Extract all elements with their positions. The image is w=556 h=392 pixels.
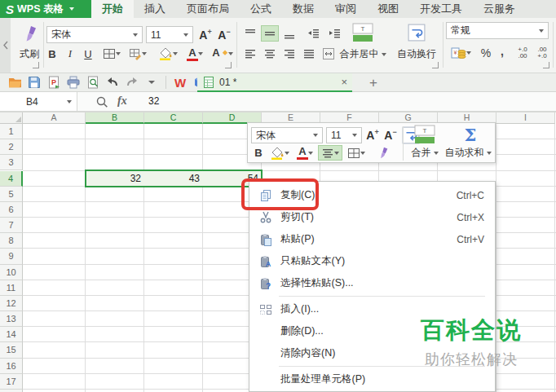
menu-item-paste-text[interactable]: A只粘贴文本(Y) <box>249 250 495 272</box>
font-name-combobox[interactable]: 宋体 <box>46 26 143 43</box>
print-button[interactable] <box>64 74 83 90</box>
align-justify-button[interactable] <box>300 46 318 62</box>
increase-indent-button[interactable] <box>326 25 344 42</box>
cell-C4[interactable]: 43 <box>144 171 203 187</box>
row-header-12[interactable]: 12 <box>0 296 23 311</box>
clear-format-button[interactable]: A <box>209 46 235 62</box>
print-preview-button[interactable] <box>83 74 103 90</box>
decrease-decimal-button[interactable]: .00+.0 <box>533 44 551 62</box>
align-center-button[interactable] <box>261 46 279 62</box>
dialog-launcher-icon[interactable] <box>432 62 439 68</box>
increase-decimal-button[interactable]: +.0.00 <box>514 44 532 62</box>
row-header-2[interactable]: 2 <box>0 139 23 155</box>
mini-bold-button[interactable]: B <box>251 145 266 161</box>
column-header-I[interactable]: I <box>496 112 555 124</box>
draw-border-button[interactable] <box>126 46 150 62</box>
mini-font-name-combobox[interactable]: 宋体 <box>251 127 323 143</box>
align-middle-button[interactable] <box>261 25 279 42</box>
tab-视图[interactable]: 视图 <box>367 0 409 18</box>
wrap-text-label[interactable]: 自动换行 <box>388 47 445 61</box>
row-header-13[interactable]: 13 <box>0 311 23 327</box>
row-header-6[interactable]: 6 <box>0 202 23 218</box>
comma-format-button[interactable]: , <box>496 42 509 60</box>
mini-merge-label[interactable]: 合并 <box>406 146 443 160</box>
row-header-4[interactable]: 4 <box>0 171 23 187</box>
menu-item-paste-special[interactable]: ?选择性粘贴(S)... <box>249 272 495 294</box>
new-document-tab-button[interactable]: + <box>364 73 383 92</box>
row-header-15[interactable]: 15 <box>0 342 23 358</box>
row-header-10[interactable]: 10 <box>0 265 23 280</box>
decrease-indent-button[interactable] <box>305 25 323 42</box>
open-folder-button[interactable] <box>5 74 24 90</box>
tab-云服务[interactable]: 云服务 <box>473 0 526 18</box>
align-left-button[interactable] <box>241 46 259 62</box>
mini-grow-font-button[interactable]: A+ <box>364 127 382 143</box>
number-format-combobox[interactable]: 常规 <box>446 22 549 39</box>
mini-font-color-button[interactable]: A <box>293 145 316 161</box>
underline-button[interactable]: U <box>80 46 96 62</box>
magnifier-icon[interactable] <box>95 95 108 108</box>
mini-font-size-combobox[interactable]: 11 <box>326 127 362 143</box>
document-tab[interactable]: 01 * × <box>197 73 352 92</box>
column-header-B[interactable]: B <box>86 112 144 124</box>
wrap-text-button[interactable] <box>406 21 427 44</box>
merge-center-label[interactable]: 合并居中 <box>329 47 396 61</box>
mini-shrink-font-button[interactable]: A− <box>382 127 399 143</box>
format-painter-button[interactable] <box>20 24 39 45</box>
merge-center-button[interactable]: T <box>351 21 375 44</box>
formula-bar-value[interactable]: 32 <box>148 95 159 107</box>
tab-数据[interactable]: 数据 <box>282 0 324 18</box>
mini-align-center-button[interactable] <box>318 145 342 161</box>
font-color-button[interactable]: A <box>183 46 207 62</box>
redo-button[interactable] <box>122 74 142 90</box>
row-header-5[interactable]: 5 <box>0 187 23 202</box>
tab-审阅[interactable]: 审阅 <box>324 0 367 18</box>
mini-fill-color-button[interactable] <box>267 145 292 161</box>
dialog-launcher-icon[interactable] <box>225 62 232 68</box>
tab-开发工具[interactable]: 开发工具 <box>409 0 473 18</box>
mini-autosum-label[interactable]: 自动求和 <box>440 146 496 160</box>
menu-item-batch-process[interactable]: 批量处理单元格(P) <box>249 368 495 390</box>
row-header-14[interactable]: 14 <box>0 327 23 342</box>
app-logo[interactable]: S WPS 表格 <box>0 0 91 18</box>
caret-down-button[interactable] <box>142 74 161 90</box>
font-size-combobox[interactable]: 11 <box>146 26 193 43</box>
dialog-launcher-icon[interactable] <box>543 62 549 68</box>
save-button[interactable] <box>24 74 44 90</box>
shrink-font-button[interactable]: A− <box>215 27 233 43</box>
fill-color-button[interactable] <box>155 46 181 62</box>
menu-item-paste[interactable]: 粘贴(P)Ctrl+V <box>249 228 495 250</box>
column-header-C[interactable]: C <box>144 112 203 124</box>
row-header-11[interactable]: 11 <box>0 280 23 296</box>
format-painter-label[interactable]: 式刷 <box>13 47 46 61</box>
collapse-panel-button[interactable] <box>0 18 11 73</box>
cell-B4[interactable]: 32 <box>86 171 144 187</box>
row-header-8[interactable]: 8 <box>0 233 23 249</box>
row-header-17[interactable]: 17 <box>0 374 23 390</box>
borders-button[interactable] <box>99 46 124 62</box>
insert-function-button[interactable]: fx <box>117 95 127 108</box>
mini-format-painter-button[interactable] <box>373 145 391 161</box>
align-bottom-button[interactable] <box>280 25 298 42</box>
mini-borders-button[interactable] <box>344 145 368 161</box>
italic-button[interactable]: I <box>62 46 78 62</box>
row-header-1[interactable]: 1 <box>0 124 23 139</box>
tab-公式[interactable]: 公式 <box>240 0 282 18</box>
tab-页面布局[interactable]: 页面布局 <box>176 0 240 18</box>
currency-format-button[interactable]: ¥ <box>447 44 474 62</box>
row-header-7[interactable]: 7 <box>0 218 23 233</box>
grow-font-button[interactable]: A+ <box>196 27 214 43</box>
tab-插入[interactable]: 插入 <box>134 0 176 18</box>
select-all-corner[interactable] <box>0 112 23 124</box>
mini-merge-button[interactable]: T <box>413 125 437 144</box>
align-top-button[interactable] <box>241 25 259 42</box>
percent-format-button[interactable]: % <box>478 44 494 62</box>
tab-开始[interactable]: 开始 <box>91 0 134 18</box>
bold-button[interactable]: B <box>44 46 60 62</box>
row-header-16[interactable]: 16 <box>0 359 23 374</box>
export-pdf-button[interactable]: P <box>44 74 64 90</box>
row-header-9[interactable]: 9 <box>0 249 23 264</box>
wps-writer-button[interactable]: W <box>170 74 190 90</box>
undo-button[interactable] <box>103 74 122 90</box>
align-right-button[interactable] <box>280 46 298 62</box>
